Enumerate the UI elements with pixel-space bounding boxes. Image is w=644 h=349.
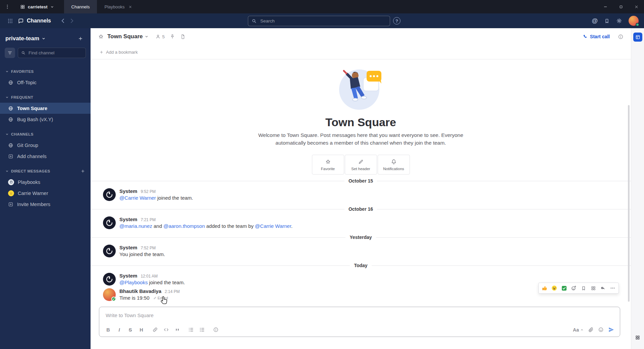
saved-posts-icon[interactable] bbox=[604, 18, 610, 24]
mention-link[interactable]: @Playbooks bbox=[119, 280, 148, 285]
team-name[interactable]: private-team bbox=[5, 35, 39, 42]
more-actions-icon[interactable] bbox=[608, 284, 617, 293]
add-direct-message-icon[interactable] bbox=[80, 169, 85, 173]
heading-button[interactable]: H bbox=[136, 325, 147, 335]
emoji-picker-icon[interactable] bbox=[598, 327, 604, 333]
strikethrough-button[interactable]: S bbox=[125, 325, 136, 335]
bhautik-avatar[interactable] bbox=[103, 288, 116, 301]
reply-icon[interactable] bbox=[598, 284, 607, 293]
message-timestamp[interactable]: 7:21 PM bbox=[141, 217, 156, 222]
favorite-channel-button[interactable]: Favorite bbox=[312, 155, 344, 174]
members-button[interactable]: 5 bbox=[155, 34, 165, 39]
global-search[interactable] bbox=[248, 16, 390, 26]
channel-header: Town Square 5 bbox=[91, 28, 631, 45]
italic-button[interactable]: I bbox=[114, 325, 125, 335]
channel-files-icon[interactable] bbox=[180, 34, 185, 39]
tab-channels[interactable]: Channels bbox=[64, 0, 97, 13]
maximize-icon bbox=[619, 5, 623, 9]
find-channel-box[interactable] bbox=[18, 48, 86, 58]
start-call-button[interactable]: Start call bbox=[583, 34, 610, 39]
member-count: 5 bbox=[162, 34, 165, 39]
server-selector[interactable]: carrietest bbox=[15, 4, 59, 9]
message-input[interactable] bbox=[105, 312, 614, 318]
sidebar-item-off-topic[interactable]: Off-Topic bbox=[0, 77, 91, 88]
section-header[interactable]: CHANNELS bbox=[0, 129, 91, 140]
help-button[interactable]: ? bbox=[393, 17, 400, 24]
sidebar-item-git-group[interactable]: Git Group bbox=[0, 140, 91, 151]
filter-icon[interactable] bbox=[5, 48, 15, 58]
quick-reaction-check-icon[interactable] bbox=[559, 284, 569, 293]
quick-reaction-thumbsup-icon[interactable] bbox=[540, 284, 549, 293]
sidebar-item-invite-members[interactable]: Invite Members bbox=[0, 199, 91, 210]
user-avatar[interactable] bbox=[629, 16, 639, 26]
message-composer: B I S H bbox=[99, 307, 620, 337]
workspace: private-team bbox=[0, 28, 644, 349]
send-message-icon[interactable] bbox=[608, 327, 614, 333]
link-icon[interactable] bbox=[150, 325, 161, 335]
add-bookmark-label[interactable]: Add a bookmark bbox=[106, 50, 138, 55]
sidebar-item-bug-bash[interactable]: Bug Bash (vX.Y) bbox=[0, 114, 91, 125]
quick-reaction-smile-icon[interactable] bbox=[550, 284, 559, 293]
message-author[interactable]: Bhautik Bavadiya bbox=[119, 288, 161, 294]
numbered-list-icon[interactable] bbox=[197, 325, 208, 335]
channel-name-menu[interactable]: Town Square bbox=[107, 33, 149, 40]
mention-link[interactable]: @aaron.thompson bbox=[163, 223, 205, 229]
channel-info-icon[interactable] bbox=[618, 34, 624, 40]
set-header-button[interactable]: Set header bbox=[345, 155, 377, 174]
sidebar-item-add-channels[interactable]: Add channels bbox=[0, 151, 91, 162]
maximize-button[interactable] bbox=[613, 0, 629, 13]
minimize-button[interactable] bbox=[598, 0, 613, 13]
section-header[interactable]: FAVORITES bbox=[0, 66, 91, 77]
product-grid-icon[interactable] bbox=[635, 335, 640, 340]
mention-link[interactable]: @maria.nunez bbox=[119, 223, 152, 229]
scrollbar[interactable] bbox=[628, 105, 630, 302]
bold-button[interactable]: B bbox=[103, 325, 114, 335]
text-formatting-toggle[interactable]: Aa bbox=[573, 327, 584, 333]
channel-intro-description: Welcome to Town Square. Post messages he… bbox=[256, 132, 466, 147]
formatting-help-icon[interactable] bbox=[210, 325, 221, 335]
add-channel-plus-button[interactable] bbox=[76, 34, 85, 43]
message-author[interactable]: System bbox=[119, 273, 137, 279]
mention-link[interactable]: @Carrie Warner bbox=[255, 223, 291, 229]
add-reaction-icon[interactable] bbox=[569, 284, 578, 293]
forward-icon[interactable] bbox=[68, 17, 75, 24]
boards-app-icon[interactable] bbox=[633, 33, 642, 42]
mention-link[interactable]: @Carrie Warner bbox=[119, 195, 156, 201]
search-input[interactable] bbox=[260, 18, 386, 24]
code-icon[interactable] bbox=[161, 325, 172, 335]
favorite-star-icon[interactable] bbox=[98, 34, 104, 40]
app-menu-button[interactable] bbox=[0, 0, 15, 13]
tab-playbooks[interactable]: Playbooks bbox=[97, 0, 140, 13]
product-title: Channels bbox=[17, 18, 51, 24]
section-header[interactable]: FREQUENT bbox=[0, 92, 91, 103]
notifications-button[interactable]: Notifications bbox=[378, 155, 410, 174]
composer-input-area[interactable] bbox=[99, 307, 620, 323]
product-switcher-button[interactable] bbox=[5, 15, 15, 26]
pinned-posts-icon[interactable] bbox=[170, 34, 175, 39]
close-window-button[interactable] bbox=[629, 0, 644, 13]
save-message-icon[interactable] bbox=[579, 284, 588, 293]
settings-gear-icon[interactable] bbox=[616, 18, 622, 24]
message-timestamp[interactable]: 12:01 AM bbox=[141, 274, 158, 279]
back-icon[interactable] bbox=[60, 17, 66, 24]
chevron-down-icon[interactable] bbox=[42, 37, 46, 41]
section-header[interactable]: DIRECT MESSAGES bbox=[0, 166, 91, 177]
bullet-list-icon[interactable] bbox=[185, 325, 197, 335]
sidebar-item-playbooks-dm[interactable]: Playbooks bbox=[0, 177, 91, 188]
tab-playbooks-label: Playbooks bbox=[104, 4, 124, 9]
message-timestamp[interactable]: 9:52 PM bbox=[141, 189, 156, 194]
attachment-paperclip-icon[interactable] bbox=[588, 327, 594, 333]
message-apps-icon[interactable] bbox=[589, 284, 598, 293]
message-author[interactable]: System bbox=[119, 188, 137, 194]
message-timestamp[interactable]: 2:14 PM bbox=[165, 289, 180, 294]
find-channel-input[interactable] bbox=[28, 50, 83, 56]
close-tab-icon[interactable] bbox=[128, 5, 132, 9]
message-author[interactable]: System bbox=[119, 216, 137, 222]
message-timestamp[interactable]: 7:52 PM bbox=[141, 246, 156, 250]
message-author[interactable]: System bbox=[119, 245, 137, 250]
add-bookmark-plus-icon[interactable] bbox=[99, 50, 104, 54]
mentions-icon[interactable]: @ bbox=[592, 17, 598, 24]
quote-icon[interactable] bbox=[172, 325, 183, 335]
sidebar-item-town-square[interactable]: Town Square bbox=[0, 103, 91, 114]
sidebar-item-carrie-warner-dm[interactable]: Carrie Warner bbox=[0, 188, 91, 199]
